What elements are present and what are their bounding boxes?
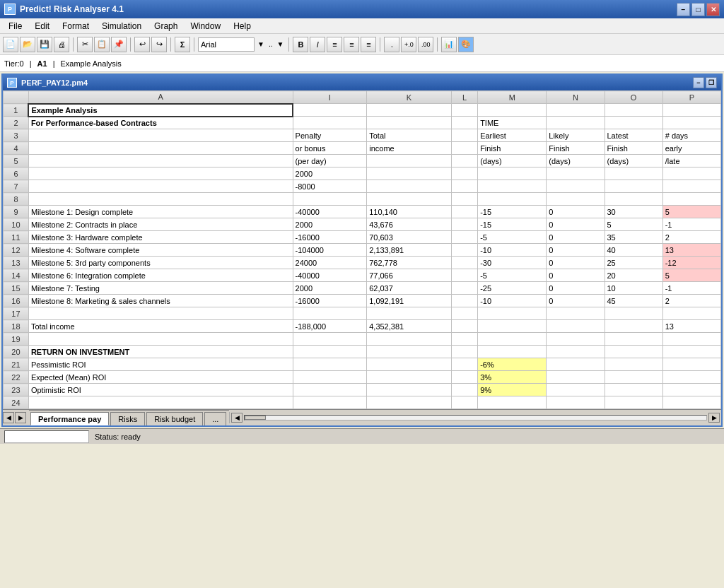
cell-l[interactable] [451, 117, 477, 129]
paste-button[interactable]: 📌 [111, 37, 127, 52]
col-header-p[interactable]: P [662, 91, 720, 104]
cell-o[interactable]: Latest [605, 129, 662, 142]
cell-m[interactable]: Finish [478, 142, 547, 155]
status-input[interactable] [4, 430, 89, 443]
cell-n[interactable] [547, 180, 605, 193]
cell-i[interactable]: -40000 [293, 206, 367, 218]
cell-k[interactable] [367, 358, 452, 371]
cell-m[interactable] [478, 396, 547, 409]
cell-k[interactable] [367, 371, 452, 384]
cell-m[interactable]: (days) [478, 155, 547, 167]
cell-n[interactable]: 0 [547, 244, 605, 257]
cell-m[interactable] [478, 180, 547, 193]
col-header-l[interactable]: L [451, 91, 477, 104]
dec-increase[interactable]: +.0 [401, 37, 416, 52]
cell-l[interactable] [451, 231, 477, 244]
cell-a[interactable]: Milestone 8: Marketing & sales channels [28, 295, 293, 307]
cell-n[interactable] [547, 167, 605, 180]
cell-p[interactable] [662, 371, 720, 384]
cell-a[interactable] [28, 396, 293, 409]
cell-o[interactable]: 35 [605, 231, 662, 244]
cell-a[interactable] [28, 142, 293, 155]
cell-a[interactable] [28, 333, 293, 346]
menu-file[interactable]: File [3, 20, 28, 33]
cell-k[interactable]: 77,066 [367, 269, 452, 282]
cell-n[interactable]: 0 [547, 206, 605, 218]
close-button[interactable]: ✕ [706, 3, 720, 16]
cell-l[interactable] [451, 167, 477, 180]
cell-o[interactable]: (days) [605, 155, 662, 167]
cell-p[interactable]: early [662, 142, 720, 155]
cell-m[interactable]: Earliest [478, 129, 547, 142]
cell-a[interactable] [28, 155, 293, 167]
cell-i[interactable] [293, 358, 367, 371]
cell-k[interactable] [367, 117, 452, 129]
cell-k[interactable] [367, 155, 452, 167]
cell-a[interactable]: Milestone 6: Integration complete [28, 269, 293, 282]
cell-m[interactable]: 9% [478, 384, 547, 396]
cell-m[interactable] [478, 104, 547, 117]
new-button[interactable]: 📄 [3, 37, 18, 52]
cell-i[interactable]: -40000 [293, 269, 367, 282]
cell-m[interactable]: -25 [478, 282, 547, 295]
cell-p[interactable]: 13 [662, 244, 720, 257]
open-button[interactable]: 📂 [20, 37, 35, 52]
cell-k[interactable]: 4,352,381 [367, 320, 452, 333]
cell-l[interactable] [451, 295, 477, 307]
menu-edit[interactable]: Edit [29, 20, 55, 33]
menu-format[interactable]: Format [57, 20, 95, 33]
cell-p[interactable]: 13 [662, 320, 720, 333]
cell-k[interactable]: 2,133,891 [367, 244, 452, 257]
cell-o[interactable] [605, 117, 662, 129]
cell-n[interactable] [547, 193, 605, 206]
cell-p[interactable] [662, 167, 720, 180]
h-scroll-track[interactable] [244, 415, 707, 421]
cell-n[interactable]: 0 [547, 282, 605, 295]
cell-n[interactable]: 0 [547, 218, 605, 231]
cell-l[interactable] [451, 346, 477, 358]
cell-k[interactable]: income [367, 142, 452, 155]
cell-l[interactable] [451, 384, 477, 396]
dec-decrease[interactable]: .00 [418, 37, 433, 52]
cell-k[interactable]: 62,037 [367, 282, 452, 295]
cell-k[interactable] [367, 180, 452, 193]
col-header-o[interactable]: O [605, 91, 662, 104]
cell-a[interactable] [28, 193, 293, 206]
cell-a[interactable]: Milestone 3: Hardware complete [28, 231, 293, 244]
sigma-button[interactable]: Σ [175, 37, 190, 52]
cell-l[interactable] [451, 320, 477, 333]
cell-k[interactable]: 762,778 [367, 257, 452, 269]
cell-o[interactable] [605, 167, 662, 180]
menu-simulation[interactable]: Simulation [96, 20, 147, 33]
cell-i[interactable] [293, 104, 367, 117]
cell-a[interactable]: Milestone 5: 3rd party components [28, 257, 293, 269]
doc-minimize-button[interactable]: − [693, 77, 704, 88]
cell-l[interactable] [451, 333, 477, 346]
cell-a[interactable] [28, 167, 293, 180]
cell-p[interactable] [662, 346, 720, 358]
cell-k[interactable] [367, 396, 452, 409]
cell-a[interactable]: Expected (Mean) ROI [28, 371, 293, 384]
cell-n[interactable] [547, 117, 605, 129]
cell-i[interactable] [293, 396, 367, 409]
cell-o[interactable] [605, 193, 662, 206]
cell-k[interactable]: 110,140 [367, 206, 452, 218]
cell-a[interactable]: Milestone 2: Contracts in place [28, 218, 293, 231]
cell-a[interactable]: Milestone 7: Testing [28, 282, 293, 295]
cell-k[interactable]: 70,603 [367, 231, 452, 244]
cell-m[interactable]: -15 [478, 218, 547, 231]
cell-n[interactable]: Likely [547, 129, 605, 142]
align-center-button[interactable]: ≡ [344, 37, 359, 52]
cell-m[interactable]: TIME [478, 117, 547, 129]
cell-k[interactable] [367, 333, 452, 346]
font-select[interactable] [198, 37, 255, 52]
cell-i[interactable]: Penalty [293, 129, 367, 142]
cell-i[interactable]: 2000 [293, 167, 367, 180]
cell-o[interactable]: 20 [605, 269, 662, 282]
h-scroll[interactable]: ◀ ▶ [229, 412, 721, 423]
cell-i[interactable]: -16000 [293, 295, 367, 307]
cell-o[interactable]: 40 [605, 244, 662, 257]
cell-l[interactable] [451, 282, 477, 295]
cell-n[interactable]: Finish [547, 142, 605, 155]
cell-l[interactable] [451, 129, 477, 142]
